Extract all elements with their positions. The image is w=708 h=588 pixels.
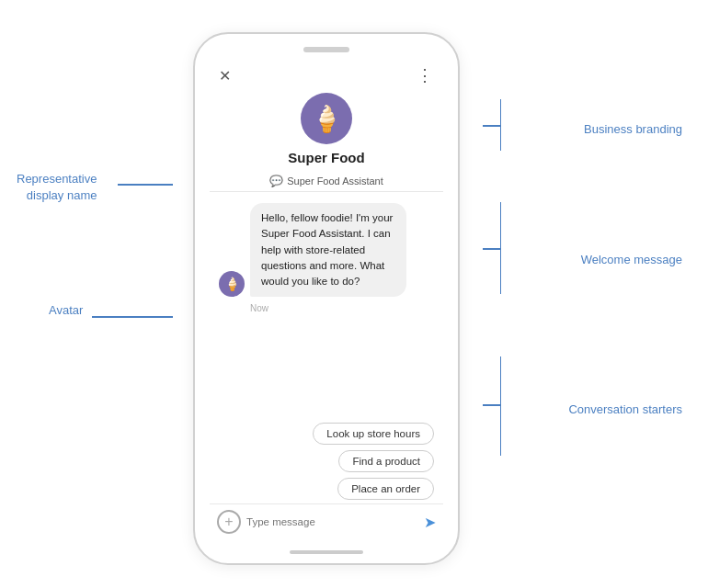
brand-name: Super Food: [288, 150, 364, 165]
brand-hline: [483, 125, 501, 127]
phone-home-bar: [290, 550, 363, 554]
chip-look-up-store-hours[interactable]: Look up store hours: [313, 423, 434, 445]
brand-logo: 🍦: [301, 93, 352, 144]
screen-topbar: ✕ ⋮: [210, 58, 443, 89]
avatar-annotation-label: Avatar: [49, 303, 83, 317]
input-bar: + ➤: [210, 503, 443, 539]
chip-find-product[interactable]: Find a product: [338, 450, 434, 472]
add-attachment-button[interactable]: +: [217, 510, 241, 534]
diagram-container: ✕ ⋮ 🍦 Super Food 💬 Super Food Assistant: [0, 0, 708, 588]
divider: [210, 191, 443, 192]
message-timestamp: Now: [250, 303, 434, 313]
chip-place-order[interactable]: Place an order: [337, 478, 434, 500]
more-icon[interactable]: ⋮: [417, 65, 434, 85]
brand-section: 🍦 Super Food: [210, 89, 443, 175]
rep-display-name: Super Food Assistant: [287, 175, 383, 187]
message-input[interactable]: [246, 516, 418, 527]
message-row: 🍦 Hello, fellow foodie! I'm your Super F…: [219, 203, 434, 297]
welcome-hline: [483, 248, 501, 250]
phone-screen: ✕ ⋮ 🍦 Super Food 💬 Super Food Assistant: [210, 58, 443, 539]
conv-hline: [483, 404, 501, 406]
conv-vline: [500, 356, 502, 456]
send-icon[interactable]: ➤: [424, 514, 436, 531]
chat-area: 🍦 Hello, fellow foodie! I'm your Super F…: [210, 198, 443, 419]
avatar: 🍦: [219, 271, 245, 297]
plus-icon: +: [224, 514, 233, 530]
close-icon[interactable]: ✕: [219, 67, 231, 85]
phone-speaker: [303, 47, 349, 52]
conversation-starters-label: Conversation starters: [568, 402, 682, 416]
welcome-message-label: Welcome message: [581, 253, 682, 266]
rep-annotation-label: Representative display name: [17, 171, 97, 204]
business-branding-label: Business branding: [584, 122, 682, 136]
chat-bubble-icon: 💬: [269, 175, 283, 187]
rep-annotation-line: [118, 184, 173, 186]
rep-name-row: 💬 Super Food Assistant: [210, 175, 443, 187]
chips-area: Look up store hours Find a product Place…: [210, 419, 443, 503]
phone-mockup: ✕ ⋮ 🍦 Super Food 💬 Super Food Assistant: [193, 32, 460, 565]
avatar-annotation-line: [92, 316, 173, 318]
message-bubble: Hello, fellow foodie! I'm your Super Foo…: [250, 203, 406, 297]
